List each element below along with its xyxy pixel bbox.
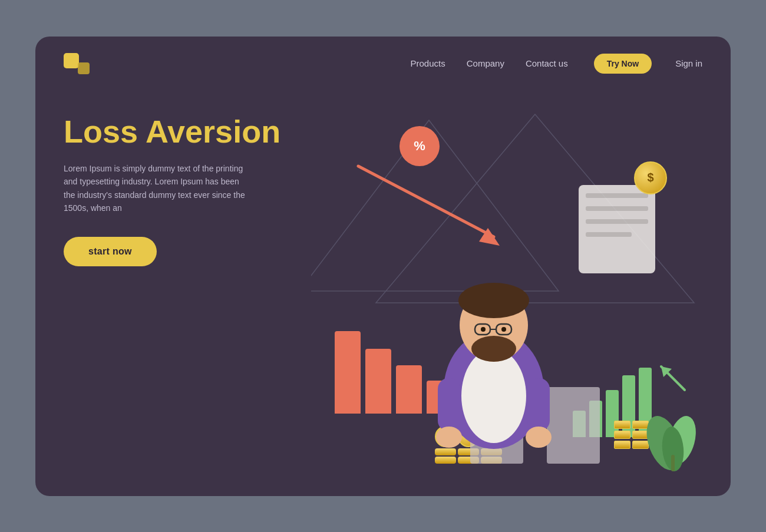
nav-links: Products Company Contact us Try Now Sign… <box>411 54 702 74</box>
character-svg <box>405 237 582 461</box>
left-panel: Loss Aversion Lorem Ipsum is simply dumm… <box>64 91 288 496</box>
logo-square-2 <box>78 62 90 74</box>
nav-item-try[interactable]: Try Now <box>589 54 652 74</box>
doc-line-3 <box>586 219 648 224</box>
nav-item-signin[interactable]: Sign in <box>673 58 702 69</box>
svg-point-14 <box>471 336 516 362</box>
nav-item-contact[interactable]: Contact us <box>526 58 568 69</box>
nav-item-company[interactable]: Company <box>467 58 504 69</box>
gold-block <box>614 431 630 439</box>
decline-arrow-svg <box>346 154 511 249</box>
doc-line-2 <box>586 206 648 211</box>
dollar-symbol-tr: $ <box>647 171 653 184</box>
illustration-area: % $ <box>288 91 702 496</box>
svg-line-2 <box>358 166 494 237</box>
logo <box>64 53 90 74</box>
nav-link-company[interactable]: Company <box>467 58 504 68</box>
svg-rect-21 <box>527 378 550 431</box>
bar-1 <box>335 331 361 414</box>
gold-block <box>614 421 630 429</box>
page-description: Lorem Ipsum is simply dummy text of the … <box>64 162 252 215</box>
navbar: Products Company Contact us Try Now Sign… <box>35 37 731 91</box>
start-now-button[interactable]: start now <box>64 237 157 266</box>
gold-block <box>614 441 630 449</box>
content-area: Loss Aversion Lorem Ipsum is simply dumm… <box>35 91 731 496</box>
main-card: Products Company Contact us Try Now Sign… <box>35 37 731 496</box>
nav-item-products[interactable]: Products <box>411 58 445 69</box>
dollar-coin-top-right: $ <box>634 161 667 194</box>
percent-symbol: % <box>414 138 425 154</box>
svg-rect-20 <box>438 378 460 431</box>
plant-svg <box>646 396 699 472</box>
svg-point-23 <box>526 427 552 448</box>
svg-point-11 <box>461 349 526 443</box>
svg-point-18 <box>481 327 486 332</box>
nav-link-contact[interactable]: Contact us <box>526 58 568 68</box>
document-shape <box>579 185 655 273</box>
svg-rect-9 <box>671 455 675 471</box>
svg-point-22 <box>436 427 462 448</box>
doc-line-1 <box>586 193 648 198</box>
svg-point-13 <box>458 283 529 318</box>
page-title: Loss Aversion <box>64 114 288 149</box>
try-now-button[interactable]: Try Now <box>594 54 652 74</box>
nav-link-products[interactable]: Products <box>411 58 445 68</box>
svg-point-19 <box>501 327 506 332</box>
bar-2 <box>365 349 391 414</box>
logo-square-1 <box>64 53 79 68</box>
sign-in-button[interactable]: Sign in <box>675 58 702 68</box>
growth-arrow-up-svg <box>655 361 691 396</box>
doc-line-4 <box>586 232 632 237</box>
